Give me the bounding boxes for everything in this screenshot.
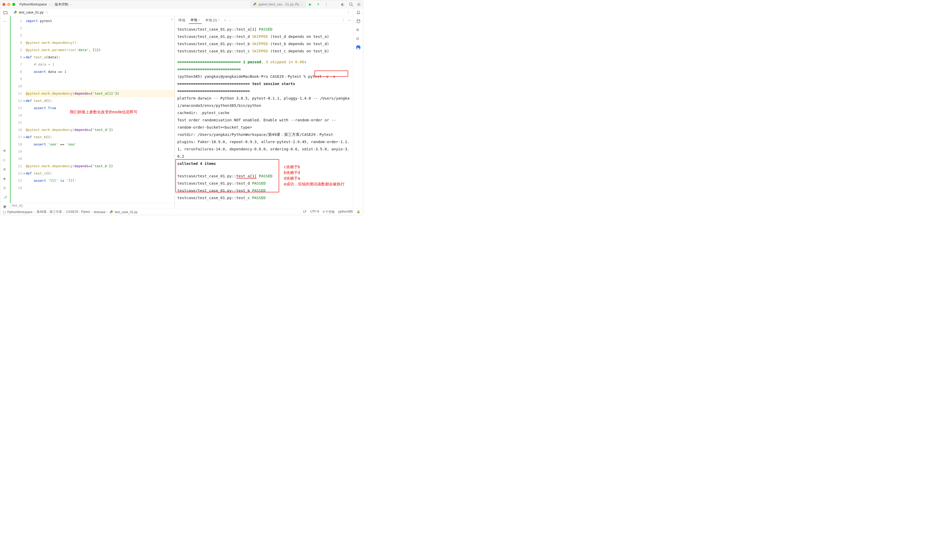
code-crumb[interactable]: test_d() [10, 203, 175, 209]
terminal-icon[interactable]: ▣ [3, 205, 7, 209]
git-icon[interactable]: ⎇ [3, 195, 7, 199]
user-icon[interactable]: ◐ [341, 2, 345, 6]
chevron-down-icon[interactable]: ⌄ [229, 18, 231, 22]
ai-assistant-icon[interactable]: ▶_ [356, 45, 361, 49]
breadcrumb-root-icon[interactable]: ▢ [3, 210, 6, 214]
annotation-box [314, 71, 348, 77]
editor-tabs: test_case_01.py × ⋮ [10, 9, 353, 16]
breadcrumb-item[interactable]: 第49课：第三方库 [37, 210, 62, 214]
status-lf[interactable]: LF [303, 210, 307, 214]
svg-line-3 [352, 5, 353, 6]
svg-point-4 [358, 4, 359, 5]
python-icon [14, 11, 17, 14]
python-icon [110, 210, 113, 214]
status-encoding[interactable]: UTF-8 [310, 210, 319, 214]
file-tab-label: test_case_01.py [19, 10, 43, 14]
database-icon[interactable] [356, 19, 361, 23]
vcs-menu[interactable]: 版本控制 [55, 2, 68, 7]
minimize-icon[interactable] [7, 3, 10, 6]
tab-more-icon[interactable]: ⋮ [345, 10, 351, 14]
annotation-label: 我们拼接上参数化改变的node信息即可 [70, 109, 137, 115]
titlebar: PythonWorkspace ⌄ | 版本控制 ⌄ pytest (test_… [0, 0, 363, 9]
lock-icon[interactable]: 🔒 [356, 210, 361, 214]
right-toolbar: ⊞ ⊟ ▶_ [353, 9, 363, 209]
search-icon[interactable] [349, 2, 353, 6]
breadcrumb-item[interactable]: testcase [94, 210, 106, 214]
chevron-down-icon[interactable]: ⌄ [70, 3, 72, 6]
notifications-icon[interactable] [356, 10, 361, 14]
structure-icon[interactable]: ⊟ [356, 37, 361, 41]
breadcrumb-item[interactable]: PythonWorkspace [7, 210, 32, 214]
settings-icon[interactable] [357, 2, 361, 6]
more-icon[interactable]: ⋮ [325, 2, 329, 6]
minimize-panel-icon[interactable]: — [348, 18, 351, 22]
annotation-label: c依赖于b b依赖于d d依赖于a a成功，后续的测试函数都会被执行 [284, 164, 345, 187]
breadcrumb-item[interactable]: CASE29：Pytest [66, 210, 90, 214]
more-icon[interactable]: ⋯ [3, 20, 7, 24]
python-console-icon[interactable]: ⊕ [3, 149, 7, 153]
services-icon[interactable]: ⊜ [3, 167, 7, 171]
status-indent[interactable]: 4 个空格 [323, 210, 335, 214]
terminal-tab[interactable]: 本地 (2) × [203, 17, 222, 24]
annotation-box [176, 159, 279, 192]
svg-point-2 [350, 3, 352, 5]
svg-point-7 [357, 20, 360, 20]
run-config-label: pytest (test_cas…01.py 内) [258, 2, 299, 7]
debug-icon[interactable]: ✶ [317, 2, 321, 6]
status-interpreter[interactable]: python385 [338, 210, 353, 214]
status-bar: ▢ PythonWorkspace› 第49课：第三方库› CASE29：Pyt… [0, 209, 363, 215]
maximize-icon[interactable] [12, 3, 15, 6]
line-gutter[interactable]: 12345 678910 1112131415 1617181920 21222… [10, 16, 26, 203]
project-name[interactable]: PythonWorkspace [20, 2, 47, 6]
add-terminal-icon[interactable]: ＋ [223, 18, 227, 23]
packages-icon[interactable]: ◈ [3, 177, 7, 181]
terminal-tab[interactable]: 本地 × [189, 17, 202, 24]
close-icon[interactable] [2, 3, 5, 6]
close-icon[interactable]: × [46, 11, 48, 14]
folder-icon[interactable] [3, 10, 7, 14]
run-config-selector[interactable]: pytest (test_cas…01.py 内) ⌄ [251, 1, 305, 8]
left-toolbar: ⋯ ⊕ ▷ ⊜ ◈ ⊙ ⎇ ▣ [0, 9, 10, 209]
terminal-output[interactable]: testcase/test_case_01.py::test_a[1] PASS… [175, 24, 353, 209]
inspection-ok-icon[interactable]: ✓ [171, 17, 173, 21]
python-icon [253, 3, 257, 6]
file-tab[interactable]: test_case_01.py × [12, 9, 50, 15]
more-icon[interactable]: ⋮ [342, 18, 345, 22]
svg-point-0 [254, 3, 255, 3]
terminal-label: 终端 [177, 17, 187, 24]
chevron-down-icon[interactable]: ⌄ [301, 3, 303, 6]
run-tool-icon[interactable]: ▷ [3, 158, 7, 162]
sci-icon[interactable]: ⊞ [356, 28, 361, 32]
chevron-down-icon[interactable]: ⌄ [48, 3, 51, 6]
problems-icon[interactable]: ⊙ [3, 186, 7, 190]
run-icon[interactable]: ▶ [309, 2, 313, 6]
breadcrumb-item[interactable]: test_case_01.py [115, 210, 137, 214]
